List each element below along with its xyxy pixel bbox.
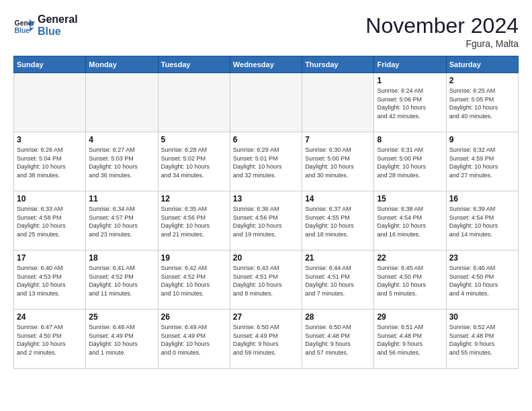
cell-content: Sunrise: 6:34 AMSunset: 4:57 PMDaylight:… bbox=[89, 205, 154, 238]
calendar-cell: 9Sunrise: 6:32 AMSunset: 4:59 PMDaylight… bbox=[446, 132, 518, 191]
cell-content: Sunrise: 6:25 AMSunset: 5:05 PMDaylight:… bbox=[449, 87, 515, 120]
day-number: 30 bbox=[449, 312, 515, 322]
calendar-cell: 5Sunrise: 6:28 AMSunset: 5:02 PMDaylight… bbox=[158, 132, 230, 191]
cell-content: Sunrise: 6:35 AMSunset: 4:56 PMDaylight:… bbox=[161, 205, 227, 238]
cell-content: Sunrise: 6:26 AMSunset: 5:04 PMDaylight:… bbox=[17, 146, 83, 179]
day-number: 23 bbox=[449, 253, 515, 263]
location: Fgura, Malta bbox=[365, 38, 519, 49]
day-number: 11 bbox=[89, 194, 154, 203]
day-number: 18 bbox=[89, 253, 154, 263]
day-number: 29 bbox=[377, 312, 443, 322]
calendar-cell: 30Sunrise: 6:52 AMSunset: 4:48 PMDayligh… bbox=[446, 310, 518, 369]
calendar-cell: 20Sunrise: 6:43 AMSunset: 4:51 PMDayligh… bbox=[230, 250, 302, 310]
day-number: 17 bbox=[17, 253, 83, 263]
day-number: 4 bbox=[89, 135, 154, 144]
calendar-cell: 12Sunrise: 6:35 AMSunset: 4:56 PMDayligh… bbox=[158, 191, 230, 250]
cell-content: Sunrise: 6:41 AMSunset: 4:52 PMDaylight:… bbox=[89, 264, 154, 298]
cell-content: Sunrise: 6:43 AMSunset: 4:51 PMDaylight:… bbox=[233, 264, 299, 298]
calendar-cell: 15Sunrise: 6:38 AMSunset: 4:54 PMDayligh… bbox=[374, 191, 446, 250]
cell-content: Sunrise: 6:50 AMSunset: 4:48 PMDaylight:… bbox=[305, 323, 371, 357]
calendar-cell: 28Sunrise: 6:50 AMSunset: 4:48 PMDayligh… bbox=[302, 310, 374, 369]
page-header: General Blue General Blue November 2024 … bbox=[13, 13, 519, 49]
calendar-cell: 29Sunrise: 6:51 AMSunset: 4:48 PMDayligh… bbox=[374, 310, 446, 369]
day-number: 5 bbox=[161, 135, 227, 144]
calendar-cell: 1Sunrise: 6:24 AMSunset: 5:06 PMDaylight… bbox=[374, 73, 446, 132]
weekday-header-saturday: Saturday bbox=[446, 56, 518, 73]
cell-content: Sunrise: 6:40 AMSunset: 4:53 PMDaylight:… bbox=[17, 264, 83, 298]
weekday-header-wednesday: Wednesday bbox=[230, 56, 302, 73]
cell-content: Sunrise: 6:46 AMSunset: 4:50 PMDaylight:… bbox=[449, 264, 515, 298]
cell-content: Sunrise: 6:45 AMSunset: 4:50 PMDaylight:… bbox=[377, 264, 443, 298]
calendar-cell: 16Sunrise: 6:39 AMSunset: 4:54 PMDayligh… bbox=[446, 191, 518, 250]
calendar-cell: 8Sunrise: 6:31 AMSunset: 5:00 PMDaylight… bbox=[374, 132, 446, 191]
day-number: 24 bbox=[17, 312, 83, 322]
calendar-cell bbox=[14, 73, 86, 132]
calendar-cell: 11Sunrise: 6:34 AMSunset: 4:57 PMDayligh… bbox=[86, 191, 158, 250]
day-number: 13 bbox=[233, 194, 299, 203]
logo-blue: Blue bbox=[38, 26, 78, 38]
day-number: 26 bbox=[161, 312, 227, 322]
day-number: 19 bbox=[161, 253, 227, 263]
calendar-cell: 24Sunrise: 6:47 AMSunset: 4:50 PMDayligh… bbox=[14, 310, 86, 369]
week-row-1: 1Sunrise: 6:24 AMSunset: 5:06 PMDaylight… bbox=[14, 73, 519, 132]
calendar-cell: 27Sunrise: 6:50 AMSunset: 4:49 PMDayligh… bbox=[230, 310, 302, 369]
day-number: 14 bbox=[305, 194, 371, 203]
day-number: 27 bbox=[233, 312, 299, 322]
title-block: November 2024 Fgura, Malta bbox=[365, 13, 519, 49]
day-number: 8 bbox=[377, 135, 443, 144]
cell-content: Sunrise: 6:47 AMSunset: 4:50 PMDaylight:… bbox=[17, 323, 83, 357]
weekday-header-tuesday: Tuesday bbox=[158, 56, 230, 73]
day-number: 3 bbox=[17, 135, 83, 144]
calendar-cell bbox=[302, 73, 374, 132]
calendar-cell: 13Sunrise: 6:36 AMSunset: 4:56 PMDayligh… bbox=[230, 191, 302, 250]
calendar-cell: 3Sunrise: 6:26 AMSunset: 5:04 PMDaylight… bbox=[14, 132, 86, 191]
calendar-table: SundayMondayTuesdayWednesdayThursdayFrid… bbox=[13, 56, 519, 369]
cell-content: Sunrise: 6:30 AMSunset: 5:00 PMDaylight:… bbox=[305, 146, 371, 179]
day-number: 15 bbox=[377, 194, 443, 203]
calendar-cell: 23Sunrise: 6:46 AMSunset: 4:50 PMDayligh… bbox=[446, 250, 518, 310]
cell-content: Sunrise: 6:36 AMSunset: 4:56 PMDaylight:… bbox=[233, 205, 299, 238]
day-number: 16 bbox=[449, 194, 515, 203]
calendar-cell: 7Sunrise: 6:30 AMSunset: 5:00 PMDaylight… bbox=[302, 132, 374, 191]
cell-content: Sunrise: 6:32 AMSunset: 4:59 PMDaylight:… bbox=[449, 146, 515, 179]
cell-content: Sunrise: 6:31 AMSunset: 5:00 PMDaylight:… bbox=[377, 146, 443, 179]
calendar-cell bbox=[158, 73, 230, 132]
cell-content: Sunrise: 6:38 AMSunset: 4:54 PMDaylight:… bbox=[377, 205, 443, 238]
calendar-cell: 17Sunrise: 6:40 AMSunset: 4:53 PMDayligh… bbox=[14, 250, 86, 310]
cell-content: Sunrise: 6:48 AMSunset: 4:49 PMDaylight:… bbox=[89, 323, 154, 357]
cell-content: Sunrise: 6:49 AMSunset: 4:49 PMDaylight:… bbox=[161, 323, 227, 357]
day-number: 20 bbox=[233, 253, 299, 263]
day-number: 22 bbox=[377, 253, 443, 263]
calendar-cell: 22Sunrise: 6:45 AMSunset: 4:50 PMDayligh… bbox=[374, 250, 446, 310]
logo-general: General bbox=[38, 13, 78, 26]
calendar-cell: 14Sunrise: 6:37 AMSunset: 4:55 PMDayligh… bbox=[302, 191, 374, 250]
logo-icon: General Blue bbox=[13, 15, 35, 36]
day-number: 7 bbox=[305, 135, 371, 144]
week-row-5: 24Sunrise: 6:47 AMSunset: 4:50 PMDayligh… bbox=[14, 310, 519, 369]
day-number: 10 bbox=[17, 194, 83, 203]
day-number: 9 bbox=[449, 135, 515, 144]
cell-content: Sunrise: 6:33 AMSunset: 4:58 PMDaylight:… bbox=[17, 205, 83, 238]
calendar-cell: 10Sunrise: 6:33 AMSunset: 4:58 PMDayligh… bbox=[14, 191, 86, 250]
cell-content: Sunrise: 6:39 AMSunset: 4:54 PMDaylight:… bbox=[449, 205, 515, 238]
cell-content: Sunrise: 6:44 AMSunset: 4:51 PMDaylight:… bbox=[305, 264, 371, 298]
svg-text:Blue: Blue bbox=[15, 27, 30, 34]
logo: General Blue General Blue bbox=[13, 13, 78, 38]
day-number: 12 bbox=[161, 194, 227, 203]
weekday-header-monday: Monday bbox=[86, 56, 158, 73]
cell-content: Sunrise: 6:27 AMSunset: 5:03 PMDaylight:… bbox=[89, 146, 154, 179]
calendar-cell: 25Sunrise: 6:48 AMSunset: 4:49 PMDayligh… bbox=[86, 310, 158, 369]
cell-content: Sunrise: 6:51 AMSunset: 4:48 PMDaylight:… bbox=[377, 323, 443, 357]
weekday-header-row: SundayMondayTuesdayWednesdayThursdayFrid… bbox=[14, 56, 519, 73]
day-number: 28 bbox=[305, 312, 371, 322]
day-number: 1 bbox=[377, 76, 443, 85]
calendar-cell: 26Sunrise: 6:49 AMSunset: 4:49 PMDayligh… bbox=[158, 310, 230, 369]
cell-content: Sunrise: 6:52 AMSunset: 4:48 PMDaylight:… bbox=[449, 323, 515, 357]
calendar-cell: 21Sunrise: 6:44 AMSunset: 4:51 PMDayligh… bbox=[302, 250, 374, 310]
cell-content: Sunrise: 6:24 AMSunset: 5:06 PMDaylight:… bbox=[377, 87, 443, 120]
calendar-cell: 18Sunrise: 6:41 AMSunset: 4:52 PMDayligh… bbox=[86, 250, 158, 310]
cell-content: Sunrise: 6:28 AMSunset: 5:02 PMDaylight:… bbox=[161, 146, 227, 179]
cell-content: Sunrise: 6:29 AMSunset: 5:01 PMDaylight:… bbox=[233, 146, 299, 179]
calendar-cell: 19Sunrise: 6:42 AMSunset: 4:52 PMDayligh… bbox=[158, 250, 230, 310]
weekday-header-thursday: Thursday bbox=[302, 56, 374, 73]
